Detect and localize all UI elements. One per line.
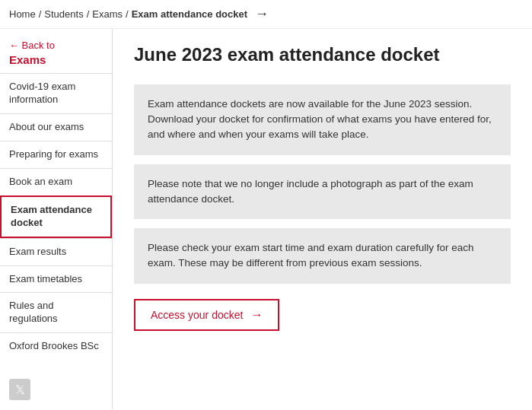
sidebar-item-about[interactable]: About our exams <box>0 113 112 141</box>
sidebar-item-oxford[interactable]: Oxford Brookes BSc <box>0 332 112 360</box>
breadcrumb-exams[interactable]: Exams <box>92 8 123 20</box>
breadcrumb: Home / Students / Exams / Exam attendanc… <box>0 0 532 29</box>
sidebar-item-results[interactable]: Exam results <box>0 238 112 265</box>
breadcrumb-students[interactable]: Students <box>44 8 83 20</box>
back-link-top-label: ← Back to <box>9 40 55 52</box>
sidebar-nav: Covid-19 exam information About our exam… <box>0 73 112 360</box>
sidebar-item-preparing[interactable]: Preparing for exams <box>0 141 112 168</box>
access-btn-wrapper: Access your docket → <box>134 299 511 331</box>
back-to-exams-link[interactable]: ← Back to Exams <box>0 29 112 73</box>
sidebar: ← Back to Exams Covid-19 exam informatio… <box>0 29 113 409</box>
access-docket-button[interactable]: Access your docket → <box>134 299 279 331</box>
breadcrumb-arrow-icon: → <box>255 6 269 22</box>
main-content: June 2023 exam attendance docket Exam at… <box>113 29 532 409</box>
breadcrumb-sep2: / <box>87 8 90 20</box>
breadcrumb-home[interactable]: Home <box>9 8 36 20</box>
back-link-bottom-label: Exams <box>9 52 55 68</box>
page-title: June 2023 exam attendance docket <box>134 44 511 66</box>
access-docket-label: Access your docket <box>151 309 243 321</box>
sidebar-item-rules[interactable]: Rules and regulations <box>0 292 112 332</box>
sidebar-footer: 𝕏 <box>0 370 112 409</box>
sidebar-item-timetables[interactable]: Exam timetables <box>0 265 112 293</box>
sidebar-item-covid[interactable]: Covid-19 exam information <box>0 73 112 113</box>
breadcrumb-sep3: / <box>126 8 129 20</box>
info-card-3: Please check your exam start time and ex… <box>134 228 511 284</box>
access-docket-arrow-icon: → <box>250 308 263 322</box>
info-card-2: Please note that we no longer include a … <box>134 164 511 220</box>
info-card-1: Exam attendance dockets are now availabl… <box>134 84 511 155</box>
breadcrumb-sep1: / <box>39 8 42 20</box>
sidebar-item-book[interactable]: Book an exam <box>0 168 112 195</box>
breadcrumb-current: Exam attendance docket <box>132 8 247 20</box>
twitter-icon[interactable]: 𝕏 <box>9 379 30 400</box>
sidebar-item-docket[interactable]: Exam attendance docket <box>0 195 112 238</box>
